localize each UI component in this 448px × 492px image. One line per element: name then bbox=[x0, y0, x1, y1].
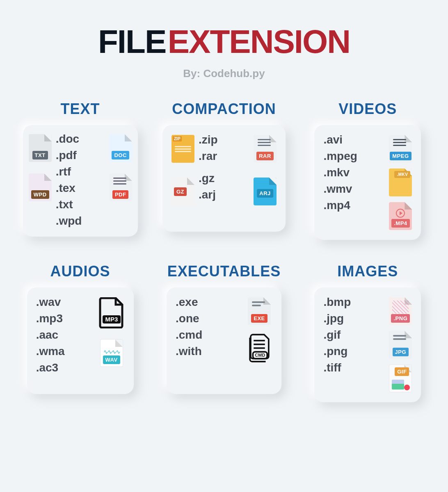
category-card: ZIP GZ .zip .rar .gz .arj RAR ARJ bbox=[162, 125, 286, 232]
categories-grid: TEXT TXT WPD .doc .pdf .rtf .tex .txt .w… bbox=[16, 100, 432, 402]
extension-label: .zip bbox=[199, 133, 249, 146]
category-executables: EXECUTABLES .exe .one .cmd .with EXE bbox=[152, 263, 296, 402]
zip-file-icon: ZIP bbox=[171, 135, 194, 163]
category-card: .avi .mpeg .mkv .wmv .mp4 MPEG .MKV .MP4 bbox=[314, 125, 421, 240]
category-images: IMAGES .bmp .jpg .gif .png .tiff .PNG JP… bbox=[308, 263, 427, 402]
category-title: EXECUTABLES bbox=[167, 263, 281, 280]
svg-text:MP3: MP3 bbox=[105, 316, 118, 323]
extension-label: .exe bbox=[176, 296, 240, 309]
extension-label: .wma bbox=[36, 345, 93, 358]
infographic: FILE EXTENSION By: Codehub.py TEXT TXT W… bbox=[0, 0, 448, 415]
mkv-file-icon: .MKV bbox=[389, 169, 412, 196]
extension-label: .wmv bbox=[323, 182, 383, 196]
category-compaction: COMPACTION ZIP GZ .zip .rar .gz .arj RAR… bbox=[152, 100, 296, 240]
extension-label: .tex bbox=[56, 182, 105, 195]
gif-file-icon: GIF bbox=[389, 364, 412, 392]
extension-label: .pdf bbox=[56, 149, 105, 162]
extension-label: .mkv bbox=[323, 166, 383, 179]
extension-label: .txt bbox=[56, 198, 105, 211]
wpd-file-icon: WPD bbox=[29, 173, 52, 201]
category-card: .wav .mp3 .aac .wma .ac3 MP3 ∿∿∿∿WAV bbox=[27, 287, 134, 394]
exe-file-icon: EXE bbox=[248, 297, 271, 325]
extension-label: .ac3 bbox=[36, 361, 93, 374]
extension-label: .aac bbox=[36, 328, 93, 342]
extension-label: .with bbox=[176, 345, 240, 358]
category-title: COMPACTION bbox=[172, 100, 276, 118]
mp4-file-icon: .MP4 bbox=[389, 202, 412, 230]
mp3-file-icon: MP3 bbox=[98, 297, 125, 328]
extension-label: .tiff bbox=[323, 361, 383, 374]
category-title: AUDIOS bbox=[50, 263, 110, 280]
category-card: .bmp .jpg .gif .png .tiff .PNG JPG GIF bbox=[314, 287, 421, 402]
extension-label: .gif bbox=[323, 328, 383, 342]
rar-file-icon: RAR bbox=[254, 135, 277, 163]
category-card: TXT WPD .doc .pdf .rtf .tex .txt .wpd DO… bbox=[23, 125, 138, 237]
txt-file-icon: TXT bbox=[29, 134, 52, 162]
jpg-file-icon: JPG bbox=[389, 331, 412, 359]
category-card: .exe .one .cmd .with EXE CMD bbox=[167, 287, 281, 394]
svg-text:CMD: CMD bbox=[255, 353, 265, 358]
pdf-file-icon: PDF bbox=[109, 173, 132, 201]
byline: By: Codehub.py bbox=[16, 67, 432, 80]
extension-label: .jpg bbox=[323, 312, 383, 325]
gz-file-icon: GZ bbox=[171, 178, 194, 205]
category-text: TEXT TXT WPD .doc .pdf .rtf .tex .txt .w… bbox=[21, 100, 140, 240]
category-title: IMAGES bbox=[337, 263, 398, 280]
extension-label: .gz bbox=[199, 172, 249, 185]
png-file-icon: .PNG bbox=[389, 297, 412, 325]
extension-label: .mp3 bbox=[36, 312, 93, 325]
extension-label: .rtf bbox=[56, 165, 105, 178]
extension-label: .wav bbox=[36, 296, 93, 309]
category-title: TEXT bbox=[61, 100, 100, 118]
arj-file-icon: ARJ bbox=[254, 178, 277, 205]
doc-file-icon: DOC bbox=[109, 134, 132, 162]
category-title: VIDEOS bbox=[338, 100, 397, 118]
extension-label: .rar bbox=[199, 150, 249, 163]
extension-label: .cmd bbox=[176, 328, 240, 342]
page-title: FILE EXTENSION bbox=[16, 23, 432, 61]
mpeg-file-icon: MPEG bbox=[389, 135, 412, 163]
extension-label: .png bbox=[323, 345, 383, 358]
extension-label: .wpd bbox=[56, 214, 105, 228]
category-audios: AUDIOS .wav .mp3 .aac .wma .ac3 MP3 bbox=[21, 263, 140, 402]
title-word-extension: EXTENSION bbox=[168, 23, 350, 60]
extension-label: .bmp bbox=[323, 296, 383, 309]
cmd-file-icon: CMD bbox=[246, 333, 272, 364]
title-word-file: FILE bbox=[98, 23, 166, 60]
category-videos: VIDEOS .avi .mpeg .mkv .wmv .mp4 MPEG .M… bbox=[308, 100, 427, 240]
extension-label: .doc bbox=[56, 132, 105, 146]
wav-file-icon: ∿∿∿∿WAV bbox=[100, 339, 123, 367]
extension-label: .mp4 bbox=[323, 199, 383, 212]
extension-label: .arj bbox=[199, 188, 249, 201]
extension-label: .mpeg bbox=[323, 150, 383, 163]
extension-label: .avi bbox=[323, 133, 383, 146]
extension-label: .one bbox=[176, 312, 240, 325]
